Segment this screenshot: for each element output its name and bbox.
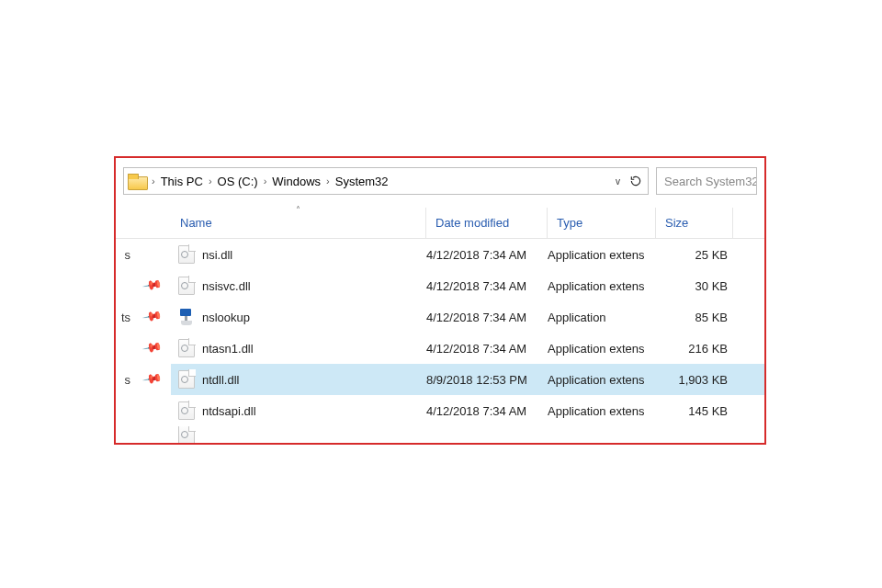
nav-fragment: ts [121, 311, 130, 324]
history-dropdown-icon[interactable]: v [616, 176, 620, 187]
column-date[interactable]: Date modified [426, 208, 548, 238]
file-row-selected[interactable]: ntdll.dll 8/9/2018 12:53 PM Application … [171, 364, 764, 395]
dll-icon [178, 426, 195, 443]
file-date: 4/12/2018 7:34 AM [426, 311, 548, 324]
crumb-os-c[interactable]: OS (C:) [218, 175, 258, 188]
file-date: 4/12/2018 7:34 AM [426, 248, 548, 262]
nav-header-spacer [116, 208, 171, 238]
file-type: Application extens [548, 342, 656, 356]
search-input[interactable]: Search System32 [656, 167, 757, 195]
chevron-right-icon[interactable]: › [264, 175, 267, 187]
refresh-icon[interactable] [629, 175, 642, 187]
pin-icon[interactable]: 📌 [141, 368, 163, 390]
file-size: 30 KB [656, 279, 733, 293]
file-row[interactable]: nsi.dll 4/12/2018 7:34 AM Application ex… [171, 239, 764, 270]
file-name: nsisvc.dll [202, 279, 251, 293]
crumb-system32[interactable]: System32 [335, 175, 389, 188]
nav-pane-edge: s 📌 ts 📌 📌 s 📌 [116, 239, 171, 443]
file-type: Application extens [548, 404, 656, 418]
file-name: nsi.dll [202, 248, 232, 262]
pin-icon[interactable]: 📌 [141, 337, 163, 358]
chevron-right-icon[interactable]: › [326, 175, 330, 187]
file-date: 4/12/2018 7:34 AM [426, 404, 548, 418]
column-type[interactable]: Type [548, 208, 656, 238]
pin-icon[interactable]: 📌 [141, 306, 163, 327]
address-row: › This PC › OS (C:) › Windows › System32… [123, 167, 757, 195]
chevron-right-icon[interactable]: › [152, 175, 155, 187]
address-tail: v [616, 175, 642, 187]
pin-icon[interactable]: 📌 [141, 275, 163, 296]
file-name: ntdll.dll [202, 373, 239, 387]
address-bar[interactable]: › This PC › OS (C:) › Windows › System32… [123, 167, 649, 195]
file-date: 4/12/2018 7:34 AM [426, 342, 548, 356]
column-size[interactable]: Size [656, 208, 733, 238]
search-placeholder: Search System32 [664, 175, 757, 188]
application-icon [178, 308, 195, 326]
file-row-partial[interactable] [171, 426, 764, 443]
file-size: 25 KB [656, 248, 733, 262]
folder-icon [128, 174, 146, 188]
explorer-window: › This PC › OS (C:) › Windows › System32… [114, 156, 766, 445]
dll-icon [178, 339, 195, 357]
dll-icon [178, 370, 195, 389]
file-size: 1,903 KB [656, 373, 733, 387]
nav-fragment: s [125, 373, 131, 387]
dll-icon [178, 277, 195, 295]
file-date: 8/9/2018 12:53 PM [426, 373, 548, 387]
file-size: 145 KB [656, 404, 733, 418]
file-row[interactable]: ntdsapi.dll 4/12/2018 7:34 AM Applicatio… [171, 395, 764, 426]
file-list: nsi.dll 4/12/2018 7:34 AM Application ex… [171, 239, 764, 443]
chevron-right-icon[interactable]: › [209, 175, 212, 187]
file-date: 4/12/2018 7:34 AM [426, 279, 548, 293]
column-type-label: Type [557, 216, 582, 230]
dll-icon [178, 401, 195, 420]
column-name[interactable]: Name ˄ [171, 208, 426, 238]
file-name: ntasn1.dll [202, 342, 254, 356]
dll-icon [178, 245, 195, 264]
crumb-windows[interactable]: Windows [272, 175, 321, 188]
file-row[interactable]: ntasn1.dll 4/12/2018 7:34 AM Application… [171, 333, 764, 364]
file-type: Application extens [548, 279, 656, 293]
file-type: Application extens [548, 373, 656, 387]
breadcrumb: › This PC › OS (C:) › Windows › System32 [152, 175, 616, 188]
file-name: ntdsapi.dll [202, 404, 256, 418]
column-size-label: Size [665, 216, 688, 230]
body: s 📌 ts 📌 📌 s 📌 nsi.dll 4/12/2018 7:34 AM… [116, 239, 764, 443]
file-size: 85 KB [656, 311, 733, 324]
crumb-this-pc[interactable]: This PC [161, 175, 203, 188]
nav-fragment: s [125, 248, 131, 262]
column-name-label: Name [180, 216, 212, 230]
file-type: Application [548, 311, 656, 324]
file-row[interactable]: nsisvc.dll 4/12/2018 7:34 AM Application… [171, 270, 764, 301]
column-headers: Name ˄ Date modified Type Size [116, 208, 764, 239]
file-size: 216 KB [656, 342, 733, 356]
file-type: Application extens [548, 248, 656, 262]
file-row[interactable]: nslookup 4/12/2018 7:34 AM Application 8… [171, 301, 764, 333]
file-name: nslookup [202, 311, 250, 324]
sort-asc-icon: ˄ [296, 205, 300, 215]
column-date-label: Date modified [435, 216, 509, 230]
